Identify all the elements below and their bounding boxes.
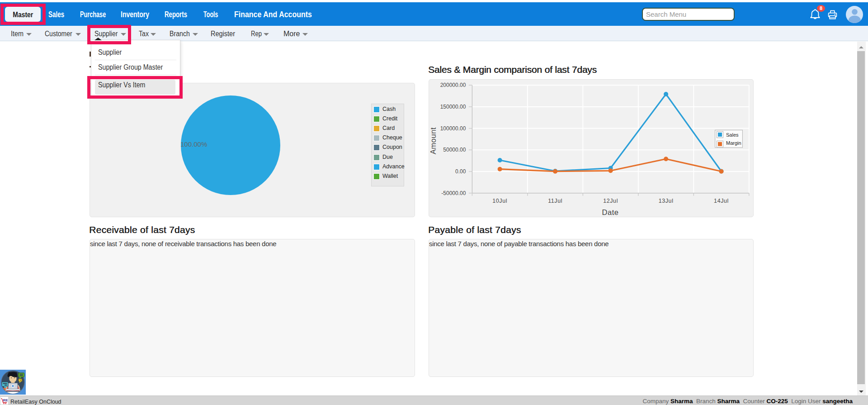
svg-text:13Jul: 13Jul	[659, 198, 674, 204]
svg-text:150000.00: 150000.00	[440, 104, 466, 110]
svg-text:50000.00: 50000.00	[443, 147, 466, 153]
svg-text:0.00: 0.00	[455, 168, 466, 175]
svg-text:RE: RE	[3, 398, 9, 402]
svg-text:10Jul: 10Jul	[492, 198, 507, 204]
svg-text:Margin: Margin	[726, 140, 741, 146]
svg-text:-50000.00: -50000.00	[441, 190, 466, 196]
svg-text:Date: Date	[602, 208, 619, 216]
svg-text:14Jul: 14Jul	[714, 198, 729, 204]
svg-text:Sales: Sales	[726, 132, 739, 138]
svg-text:12Jul: 12Jul	[603, 198, 618, 204]
svg-text:11Jul: 11Jul	[548, 198, 562, 204]
svg-text:100000.00: 100000.00	[440, 125, 466, 132]
svg-text:200000.00: 200000.00	[440, 82, 466, 88]
svg-text:Amount: Amount	[429, 127, 437, 154]
